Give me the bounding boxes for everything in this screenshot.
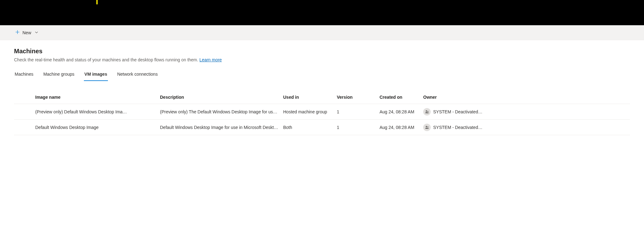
chevron-down-icon: [35, 31, 38, 35]
plus-icon: [15, 30, 20, 36]
cursor-indicator: [96, 0, 98, 4]
cell-created-on: Aug 24, 08:28 AM: [377, 109, 421, 114]
page-title: Machines: [14, 48, 630, 55]
header-used-in[interactable]: Used in: [281, 95, 334, 100]
subtitle-text: Check the real-time health and status of…: [14, 57, 200, 62]
tab-machines[interactable]: Machines: [14, 69, 34, 81]
command-bar: New: [0, 25, 644, 40]
tab-vm-images[interactable]: VM images: [84, 69, 108, 81]
cell-owner: SYSTEM - Deactivated…: [421, 124, 630, 131]
top-app-bar: [0, 0, 644, 25]
page-subtitle: Check the real-time health and status of…: [14, 57, 630, 62]
new-button-label: New: [22, 30, 31, 35]
tab-machine-groups[interactable]: Machine groups: [43, 69, 75, 81]
cell-created-on: Aug 24, 08:28 AM: [377, 125, 421, 130]
header-description[interactable]: Description: [157, 95, 281, 100]
svg-point-2: [426, 126, 427, 127]
svg-point-0: [426, 110, 427, 111]
svg-point-3: [427, 126, 428, 127]
owner-avatar-icon: [423, 124, 431, 131]
header-owner[interactable]: Owner: [421, 95, 630, 100]
page-content: Machines Check the real-time health and …: [0, 40, 644, 135]
cell-image-name[interactable]: Default Windows Desktop Image: [33, 125, 157, 130]
cell-version: 1: [334, 125, 377, 130]
new-button[interactable]: New: [12, 28, 41, 38]
cell-image-name[interactable]: (Preview only) Default Windows Desktop I…: [33, 109, 157, 114]
cell-owner: SYSTEM - Deactivated…: [421, 108, 630, 116]
vm-images-table: Image name Description Used in Version C…: [14, 90, 630, 135]
header-owner-label: Owner: [423, 95, 437, 100]
header-image-name[interactable]: Image name: [33, 95, 157, 100]
owner-text: SYSTEM - Deactivated…: [433, 125, 482, 130]
svg-point-1: [427, 111, 428, 112]
owner-text: SYSTEM - Deactivated…: [433, 109, 482, 114]
header-version[interactable]: Version: [334, 95, 377, 100]
cell-description: (Preview only) The Default Windows Deskt…: [157, 109, 281, 114]
owner-avatar-icon: [423, 108, 431, 116]
cell-used-in: Hosted machine group: [281, 109, 334, 114]
header-created-on[interactable]: Created on: [377, 95, 421, 100]
table-row[interactable]: (Preview only) Default Windows Desktop I…: [14, 104, 630, 120]
cell-description: Default Windows Desktop Image for use in…: [157, 125, 281, 130]
table-header-row: Image name Description Used in Version C…: [14, 90, 630, 104]
tab-list: Machines Machine groups VM images Networ…: [14, 69, 630, 81]
cell-version: 1: [334, 109, 377, 114]
cell-used-in: Both: [281, 125, 334, 130]
tab-network-connections[interactable]: Network connections: [117, 69, 158, 81]
table-row[interactable]: Default Windows Desktop Image Default Wi…: [14, 120, 630, 135]
learn-more-link[interactable]: Learn more: [200, 57, 222, 62]
